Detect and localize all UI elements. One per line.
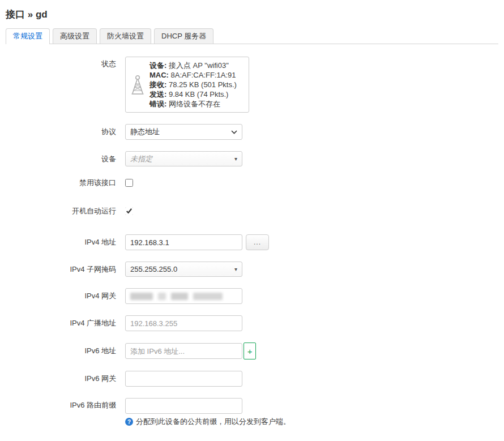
settings-tabbar: 常规设置 高级设置 防火墙设置 DHCP 服务器 (6, 28, 498, 44)
ipv6-gateway-row: IPv6 网关 (6, 371, 498, 387)
caret-down-icon: ▾ (234, 267, 237, 272)
status-rx-line: 接收: 78.25 KB (501 Pkts.) (150, 80, 237, 89)
auto-start-label: 开机自动运行 (6, 206, 125, 216)
ipv6-address-label: IPv6 地址 (6, 346, 125, 356)
ipv4-netmask-selected-value: 255.255.255.0 (130, 265, 177, 273)
caret-down-icon: ▾ (234, 156, 237, 162)
tab-advanced-settings[interactable]: 高级设置 (53, 28, 97, 44)
ipv4-address-more-button[interactable]: ... (246, 234, 269, 250)
disable-interface-checkbox[interactable] (125, 179, 133, 187)
ipv4-broadcast-input[interactable] (125, 315, 242, 331)
ipv6-address-add-button[interactable]: + (244, 342, 256, 359)
auto-start-checkbox[interactable] (125, 207, 133, 215)
disable-interface-label: 禁用该接口 (6, 178, 125, 188)
general-settings-form: 状态 设备: 接入点 AP "wifi03" MAC: 8A:AF:CA:FF:… (6, 57, 498, 427)
ipv6-prefix-row: IPv6 路由前缀 ? 分配到此设备的公共前缀，用以分发到客户端。 (6, 398, 498, 427)
ipv4-address-row: IPv4 地址 ... (6, 234, 498, 250)
protocol-row: 协议 静态地址 (6, 124, 498, 140)
redacted-block (158, 293, 166, 300)
ipv6-prefix-input[interactable] (125, 398, 242, 414)
status-lines: 设备: 接入点 AP "wifi03" MAC: 8A:AF:CA:FF:1A:… (150, 61, 237, 109)
status-row: 状态 设备: 接入点 AP "wifi03" MAC: 8A:AF:CA:FF:… (6, 57, 498, 113)
status-device-line: 设备: 接入点 AP "wifi03" (150, 61, 237, 70)
device-row: 设备 未指定 ▾ (6, 151, 498, 166)
interface-settings-page: 接口 » gd 常规设置 高级设置 防火墙设置 DHCP 服务器 状态 (0, 0, 504, 441)
tab-dhcp-server[interactable]: DHCP 服务器 (154, 28, 213, 44)
ipv4-address-label: IPv4 地址 (6, 237, 125, 247)
ipv6-gateway-input[interactable] (125, 371, 242, 387)
ipv4-gateway-row: IPv4 网关 (6, 288, 498, 304)
ipv4-broadcast-row: IPv4 广播地址 (6, 315, 498, 331)
device-label: 设备 (6, 154, 125, 164)
ipv4-gateway-label: IPv4 网关 (6, 291, 125, 301)
tab-general-settings[interactable]: 常规设置 (6, 28, 50, 44)
protocol-selected-value: 静态地址 (130, 127, 160, 137)
redacted-block (130, 293, 153, 300)
redacted-block (171, 293, 188, 300)
device-dropdown[interactable]: 未指定 ▾ (125, 151, 242, 166)
help-icon: ? (125, 418, 133, 426)
ipv6-address-input[interactable] (125, 343, 242, 359)
ipv6-address-row: IPv6 地址 + (6, 342, 498, 359)
ipv4-broadcast-label: IPv4 广播地址 (6, 318, 125, 328)
ipv6-prefix-help-text: 分配到此设备的公共前缀，用以分发到客户端。 (136, 417, 291, 427)
ipv6-prefix-help: ? 分配到此设备的公共前缀，用以分发到客户端。 (125, 417, 291, 427)
status-error-line: 错误: 网络设备不存在 (150, 99, 237, 109)
ipv4-netmask-dropdown[interactable]: 255.255.255.0 ▾ (125, 262, 242, 277)
ipv4-netmask-label: IPv4 子网掩码 (6, 264, 125, 275)
ipv6-gateway-label: IPv6 网关 (6, 374, 125, 384)
status-mac-line: MAC: 8A:AF:CA:FF:1A:91 (150, 70, 237, 80)
status-tx-line: 发送: 9.84 KB (74 Pkts.) (150, 89, 237, 99)
ipv4-gateway-input[interactable] (125, 288, 242, 304)
tab-firewall-settings[interactable]: 防火墙设置 (100, 28, 151, 44)
protocol-label: 协议 (6, 127, 125, 137)
protocol-select[interactable]: 静态地址 (125, 124, 242, 140)
status-label: 状态 (6, 57, 125, 69)
ipv6-prefix-field-group: ? 分配到此设备的公共前缀，用以分发到客户端。 (125, 398, 291, 427)
status-box: 设备: 接入点 AP "wifi03" MAC: 8A:AF:CA:FF:1A:… (125, 57, 249, 113)
redacted-block (193, 293, 223, 300)
ipv6-prefix-label: IPv6 路由前缀 (6, 398, 125, 410)
antenna-icon (130, 75, 145, 95)
disable-interface-row: 禁用该接口 (6, 178, 498, 188)
ipv4-netmask-row: IPv4 子网掩码 255.255.255.0 ▾ (6, 262, 498, 277)
ipv4-address-input[interactable] (125, 234, 242, 250)
chevron-down-icon (231, 130, 237, 134)
auto-start-row: 开机自动运行 (6, 206, 498, 216)
device-selected-value: 未指定 (130, 154, 152, 164)
page-title: 接口 » gd (6, 8, 498, 21)
